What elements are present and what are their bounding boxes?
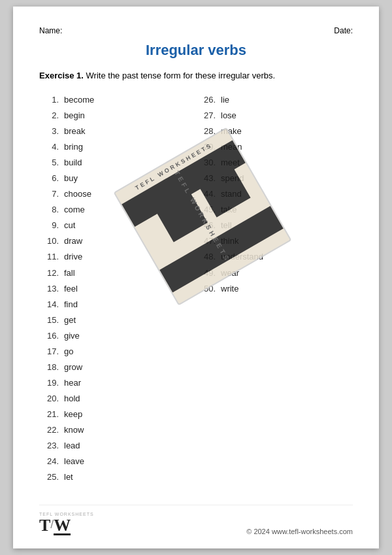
verb-number: 21.	[39, 407, 59, 422]
exercise-label: Exercise 1.	[39, 71, 84, 80]
verb-word: grow	[64, 360, 82, 375]
verb-number: 10.	[39, 233, 59, 249]
verb-number: 5.	[39, 155, 59, 171]
list-item: 30.meet	[196, 155, 353, 171]
verb-word: cut	[64, 218, 75, 233]
verb-number: 27.	[196, 108, 216, 124]
verb-word: tell	[221, 218, 232, 233]
verb-number: 14.	[39, 297, 59, 312]
verb-number: 44.	[196, 186, 216, 202]
verb-word: let	[64, 469, 73, 485]
verb-number: 6.	[39, 171, 59, 186]
page: Name: Date: Irregular verbs Exercise 1. …	[13, 7, 379, 548]
verb-word: build	[64, 155, 82, 171]
verb-number: 3.	[39, 124, 59, 139]
list-item: 14.find	[39, 297, 196, 312]
verb-number: 1.	[39, 92, 59, 108]
list-item: 29.mean	[196, 139, 353, 155]
verb-number: 23.	[39, 438, 59, 454]
verb-word: know	[64, 422, 84, 438]
verb-number: 22.	[39, 422, 59, 438]
list-item: 22.know	[39, 422, 196, 438]
list-item: 3.break	[39, 124, 196, 139]
name-label: Name:	[39, 26, 62, 35]
verb-word: lie	[221, 92, 229, 108]
verb-word: lose	[221, 108, 237, 124]
list-item: 18.grow	[39, 360, 196, 375]
right-column: 26.lie27.lose28.make29.mean30.meet43.spe…	[196, 92, 353, 485]
verb-word: leave	[64, 454, 84, 469]
verb-word: stand	[221, 186, 242, 202]
verb-number: 24.	[39, 454, 59, 469]
verb-number: 50.	[196, 281, 216, 297]
verb-number: 15.	[39, 312, 59, 328]
logo-t: T	[39, 518, 50, 535]
verb-number: 20.	[39, 391, 59, 407]
verb-number: 30.	[196, 155, 216, 171]
verb-number: 49.	[196, 265, 216, 281]
verb-number: 4.	[39, 139, 59, 155]
verb-number: 17.	[39, 344, 59, 360]
verb-word: choose	[64, 186, 91, 202]
verb-word: draw	[64, 233, 82, 249]
verb-word: break	[64, 124, 86, 139]
verb-word: feel	[64, 281, 78, 297]
verb-word: fall	[64, 265, 75, 281]
list-item: 7.choose	[39, 186, 196, 202]
list-item: 49.wear	[196, 265, 353, 281]
list-item: 46.tell	[196, 218, 353, 233]
list-item: 1.become	[39, 92, 196, 108]
list-item: 15.get	[39, 312, 196, 328]
list-item: 25.let	[39, 469, 196, 485]
list-item: 17.go	[39, 344, 196, 360]
header: Name: Date:	[39, 26, 353, 35]
verb-word: drive	[64, 249, 82, 265]
list-item: 50.write	[196, 281, 353, 297]
verb-word: think	[221, 233, 238, 249]
verb-word: wear	[221, 265, 239, 281]
verb-word: make	[221, 124, 242, 139]
verb-number: 8.	[39, 202, 59, 218]
verb-number: 12.	[39, 265, 59, 281]
list-item: 26.lie	[196, 92, 353, 108]
verbs-container: 1.become2.begin3.break4.bring5.build6.bu…	[39, 92, 353, 485]
copyright: © 2024 www.tefl-worksheets.com	[246, 528, 353, 535]
verb-number: 19.	[39, 375, 59, 391]
verb-word: give	[64, 328, 80, 344]
logo-letters: T / W	[39, 518, 71, 535]
verb-word: keep	[64, 407, 82, 422]
verb-number: 47.	[196, 233, 216, 249]
verb-word: go	[64, 344, 73, 360]
verb-word: come	[64, 202, 85, 218]
exercise-text: Write the past tense form for these irre…	[84, 71, 275, 80]
verb-word: begin	[64, 108, 85, 124]
list-item: 16.give	[39, 328, 196, 344]
page-title: Irregular verbs	[39, 42, 353, 59]
verb-number: 7.	[39, 186, 59, 202]
verb-number: 13.	[39, 281, 59, 297]
verb-word: get	[64, 312, 76, 328]
verb-word: become	[64, 92, 94, 108]
verb-word: spend	[221, 171, 244, 186]
list-item: 8.come	[39, 202, 196, 218]
list-item: 44.stand	[196, 186, 353, 202]
verb-word: hold	[64, 391, 80, 407]
list-item: 20.hold	[39, 391, 196, 407]
exercise-instruction: Exercise 1. Write the past tense form fo…	[39, 71, 353, 80]
verb-number: 46.	[196, 218, 216, 233]
list-item: 10.draw	[39, 233, 196, 249]
logo: TEFL WORKSHEETS T / W	[39, 512, 94, 535]
list-item: 5.build	[39, 155, 196, 171]
logo-w: W	[54, 518, 71, 535]
list-item: 21.keep	[39, 407, 196, 422]
list-item: 23.lead	[39, 438, 196, 454]
verb-word: hear	[64, 375, 81, 391]
verb-number: 9.	[39, 218, 59, 233]
verb-word: write	[221, 281, 238, 297]
verb-word: bring	[64, 139, 83, 155]
list-item: 27.lose	[196, 108, 353, 124]
verb-number: 2.	[39, 108, 59, 124]
verb-word: mean	[221, 139, 242, 155]
list-item: 45.take	[196, 202, 353, 218]
verb-number: 26.	[196, 92, 216, 108]
